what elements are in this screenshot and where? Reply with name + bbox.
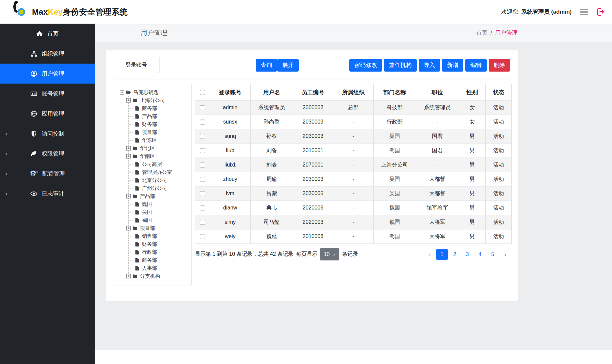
tree-node-上海分公司[interactable]: +上海分公司 (119, 96, 191, 104)
pagination-next[interactable]: › (500, 249, 511, 260)
row-checkbox[interactable] (200, 105, 205, 110)
table-row-liub1[interactable]: liub1刘表2070001-上海分公司-男活动 (195, 158, 512, 172)
tree-connector (129, 164, 133, 165)
pagination-page-1[interactable]: 1 (436, 249, 448, 260)
row-checkbox[interactable] (200, 205, 205, 210)
cell-性别: 男 (459, 172, 486, 186)
sidebar-item-配置管理[interactable]: ›⚙⚙配置管理 (0, 164, 95, 183)
table-row-simy[interactable]: simy司马懿2020003-魏国大将军男活动 (195, 215, 512, 229)
新增-button[interactable]: 新增 (442, 59, 463, 72)
tree-node-人事部[interactable]: 人事部 (119, 264, 191, 272)
tree-node-财务部[interactable]: 财务部 (119, 120, 191, 128)
folder-icon (132, 225, 138, 231)
pagination-page-2[interactable]: 2 (449, 249, 460, 260)
sidebar-item-账号管理[interactable]: 账号管理 (0, 84, 95, 104)
tree-node-蜀国[interactable]: 蜀国 (119, 216, 191, 224)
pagination-page-4[interactable]: 4 (474, 249, 486, 260)
编辑-button[interactable]: 编辑 (465, 59, 487, 72)
tree-node-管理层办公室[interactable]: 管理层办公室 (119, 168, 191, 176)
tree-node-项目部[interactable]: 项目部 (119, 128, 191, 136)
login-account-input[interactable] (160, 57, 256, 73)
table-row-admin[interactable]: admin系统管理员2000002总部科技部系统管理员女活动 (195, 101, 512, 115)
row-checkbox[interactable] (200, 234, 205, 239)
sign-out-icon[interactable] (596, 7, 605, 16)
sidebar-item-权限管理[interactable]: ›权限管理 (0, 144, 95, 164)
page-title: 用户管理 (141, 28, 167, 37)
row-checkbox[interactable] (200, 120, 205, 125)
导入-button[interactable]: 导入 (419, 59, 440, 72)
兼任机构-button[interactable]: 兼任机构 (384, 59, 417, 72)
user-icon (30, 70, 37, 77)
tree-node-广州分公司[interactable]: 广州分公司 (119, 184, 191, 192)
expand-node-icon[interactable]: + (126, 194, 131, 198)
tree-node-马克思钥匙[interactable]: −马克思钥匙 (119, 88, 191, 96)
table-row-weiy[interactable]: weiy魏延2010006-蜀国大将军男活动 (195, 229, 512, 244)
sidebar-item-日志审计[interactable]: ›日志审计 (0, 183, 95, 203)
hamburger-menu-icon[interactable] (578, 7, 590, 17)
tree-node-商务部[interactable]: 商务部 (119, 104, 191, 112)
expand-node-icon[interactable]: + (126, 274, 131, 278)
tree-node-财务部[interactable]: 财务部 (119, 240, 191, 248)
tree-node-华东区[interactable]: 华东区 (119, 136, 191, 144)
tree-node-产品部[interactable]: 产品部 (119, 112, 191, 120)
tree-node-华北区[interactable]: +华北区 (119, 144, 191, 152)
sidebar-item-首页[interactable]: 首页 (0, 24, 95, 44)
tree-node-项目部[interactable]: +项目部 (119, 224, 191, 232)
page-size-dropdown[interactable]: 10 ▲ (320, 248, 339, 260)
table-row-lvm[interactable]: lvm吕蒙2030005-吴国大都督男活动 (195, 186, 512, 201)
file-icon (134, 201, 140, 207)
select-all-checkbox[interactable] (200, 90, 205, 95)
sidebar-item-用户管理[interactable]: 用户管理 (0, 64, 95, 84)
row-checkbox[interactable] (200, 220, 205, 225)
tree-node-行政部[interactable]: 行政部 (119, 248, 191, 256)
expand-node-icon[interactable]: + (126, 226, 131, 230)
tree-node-公司高层[interactable]: 公司高层 (119, 160, 191, 168)
row-checkbox[interactable] (200, 163, 205, 168)
sidebar-item-应用管理[interactable]: 应用管理 (0, 104, 95, 124)
table-row-liub[interactable]: liub刘备2010001-蜀国国君男活动 (195, 144, 512, 158)
table-row-zhouy[interactable]: zhouy周瑜2030003-吴国大都督男活动 (195, 172, 512, 186)
row-checkbox[interactable] (200, 177, 205, 182)
删除-button[interactable]: 删除 (489, 59, 510, 72)
cell-部门名称: 蜀国 (374, 229, 416, 244)
密码修改-button[interactable]: 密码修改 (349, 59, 382, 72)
caret-up-icon: ▲ (333, 253, 336, 256)
pagination-page-5[interactable]: 5 (487, 249, 498, 260)
row-checkbox[interactable] (200, 191, 205, 196)
tree-node-销售部[interactable]: 销售部 (119, 232, 191, 240)
tree-node-魏国[interactable]: 魏国 (119, 200, 191, 208)
page-header-bar: 用户管理 首页 / 用户管理 (95, 24, 612, 42)
tree-node-商务部[interactable]: 商务部 (119, 256, 191, 264)
table-row-dianw[interactable]: dianw典韦2020006-魏国镇军将军男活动 (195, 201, 512, 215)
pagination-page-3[interactable]: 3 (462, 249, 473, 260)
tree-node-分支机构[interactable]: +分支机构 (119, 272, 191, 280)
collapse-node-icon[interactable]: − (120, 90, 124, 95)
page-size-value: 10 (324, 251, 330, 257)
sidebar-item-访问控制[interactable]: ›访问控制 (0, 124, 95, 144)
page-size-label: 每页显示 (296, 251, 317, 258)
row-checkbox[interactable] (200, 148, 205, 153)
row-checkbox[interactable] (200, 134, 205, 139)
expand-node-icon[interactable]: + (126, 146, 131, 151)
cell-状态: 活动 (486, 172, 512, 186)
tree-connector (129, 236, 133, 236)
query-button[interactable]: 查询 (256, 59, 277, 72)
tree-connector (129, 140, 133, 141)
table-row-sunsx[interactable]: sunsx孙尚香2030009-行政部-女活动 (195, 115, 512, 129)
pagination-prev[interactable]: ‹ (424, 249, 435, 260)
cell-状态: 活动 (486, 115, 512, 129)
expand-button[interactable]: 展开 (277, 59, 299, 72)
tree-node-产品部[interactable]: +产品部 (119, 192, 191, 200)
file-icon (134, 170, 140, 175)
breadcrumb-home-link[interactable]: 首页 (476, 30, 488, 36)
column-header-登录账号: 登录账号 (210, 84, 251, 101)
tree-node-华南区[interactable]: +华南区 (119, 152, 191, 160)
sidebar-item-组织管理[interactable]: 组织管理 (0, 44, 95, 64)
tree-node-吴国[interactable]: 吴国 (119, 208, 191, 216)
expand-node-icon[interactable]: + (126, 154, 131, 159)
table-row-sunq[interactable]: sunq孙权2030003-吴国国君男活动 (195, 129, 512, 144)
cell-性别: 男 (459, 201, 486, 215)
expand-node-icon[interactable]: + (126, 98, 131, 103)
tree-node-北京分公司[interactable]: 北京分公司 (119, 176, 191, 184)
cell-所属组织: - (333, 172, 374, 186)
